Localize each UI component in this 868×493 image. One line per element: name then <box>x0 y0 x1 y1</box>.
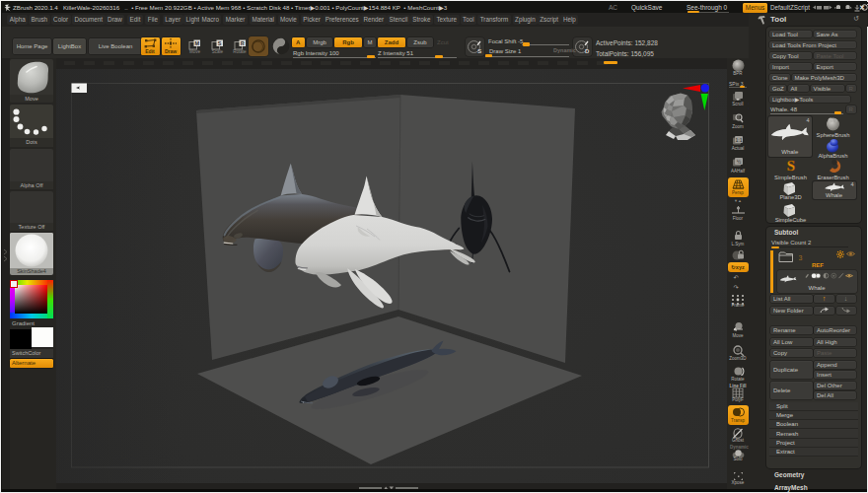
svg-text:S: S <box>477 47 481 53</box>
svg-text:S: S <box>787 158 795 174</box>
svg-text:M: M <box>194 39 199 45</box>
svg-text:R: R <box>240 39 244 45</box>
svg-text:1:1: 1:1 <box>736 136 743 142</box>
svg-text:S: S <box>218 39 222 45</box>
svg-text:D: D <box>585 47 590 53</box>
